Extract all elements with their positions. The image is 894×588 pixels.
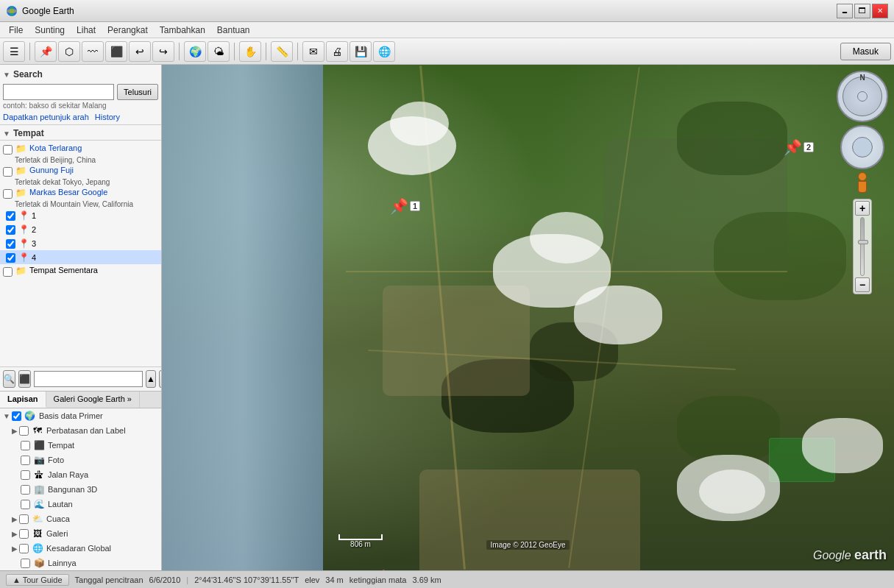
place-checkbox-2[interactable] xyxy=(6,225,15,235)
search-places-button[interactable]: 🔍 xyxy=(3,370,15,388)
expand-icon[interactable]: ▶ xyxy=(12,515,18,523)
toolbar-google-earth[interactable]: 🌐 xyxy=(373,41,395,62)
map-area[interactable]: 📌 1 📌 2 📌 3 📌 4 xyxy=(162,65,894,570)
layer-item[interactable]: 🏢 Bangunan 3D xyxy=(0,482,161,497)
zoom-slider-thumb[interactable] xyxy=(858,240,868,244)
directions-link[interactable]: Dapatkan petunjuk arah xyxy=(3,113,89,121)
sidebar-search-field[interactable] xyxy=(34,371,143,387)
layer-checkbox-perbatasan[interactable] xyxy=(19,426,29,436)
toolbar-hand-tool[interactable]: ✋ xyxy=(239,41,261,62)
place-checkbox-1[interactable] xyxy=(6,211,15,221)
toolbar-print[interactable]: 🖨 xyxy=(326,41,348,62)
layer-item[interactable]: ▶ ⛅ Cuaca xyxy=(0,511,161,526)
menu-tambahkan[interactable]: Tambahkan xyxy=(154,24,211,37)
search-header[interactable]: ▼ Search xyxy=(3,68,158,81)
list-item[interactable]: 📁 Kota Terlarang xyxy=(0,142,161,156)
toolbar-show-sidebar[interactable]: ☰ xyxy=(3,41,25,62)
place-name-google[interactable]: Markas Besar Google xyxy=(29,188,107,196)
maximize-button[interactable]: 🗖 xyxy=(854,4,870,18)
place-name-kota[interactable]: Kota Terlarang xyxy=(29,144,82,152)
layer-item[interactable]: 📷 Foto xyxy=(0,453,161,467)
list-item[interactable]: 📍 2 xyxy=(0,222,161,236)
layer-item[interactable]: ▼ 🌍 Basis data Primer xyxy=(0,408,161,423)
minimize-button[interactable]: 🗕 xyxy=(837,4,853,18)
layer-checkbox-jalan[interactable] xyxy=(21,470,30,480)
layer-checkbox-lainnya[interactable] xyxy=(21,559,30,568)
toolbar-email[interactable]: ✉ xyxy=(302,41,324,62)
tilt-pan-control[interactable] xyxy=(840,125,884,169)
place-desc-kota: Terletak di Beijing, China xyxy=(0,156,161,164)
place-checkbox-google[interactable] xyxy=(3,189,13,199)
menu-bantuan[interactable]: Bantuan xyxy=(211,24,256,37)
expand-icon[interactable]: ▶ xyxy=(12,530,18,538)
zoom-slider-track[interactable] xyxy=(860,217,865,276)
toolbar-undo[interactable]: ↩ xyxy=(129,41,151,62)
toolbar-add-polygon[interactable]: ⬡ xyxy=(58,41,80,62)
street-view-person[interactable] xyxy=(854,172,871,196)
place-name-fuji[interactable]: Gunung Fuji xyxy=(29,166,74,174)
layer-item[interactable]: 🌊 Lautan xyxy=(0,497,161,511)
zoom-in-button[interactable]: + xyxy=(855,201,870,216)
expand-icon[interactable]: ▼ xyxy=(3,412,10,420)
layer-item[interactable]: ▶ 🖼 Galeri xyxy=(0,526,161,541)
place-checkbox-fuji[interactable] xyxy=(3,167,13,177)
layer-checkbox-foto[interactable] xyxy=(21,456,30,465)
compass-ring[interactable] xyxy=(842,77,882,116)
place-checkbox-kota[interactable] xyxy=(3,145,13,155)
list-item[interactable]: 📁 Tempat Sementara xyxy=(0,264,161,278)
history-link[interactable]: History xyxy=(95,113,120,121)
layer-item[interactable]: 🛣 Jalan Raya xyxy=(0,467,161,482)
layer-item[interactable]: 📦 Lainnya xyxy=(0,556,161,570)
layer-checkbox-basis[interactable] xyxy=(12,411,21,421)
toolbar-ruler[interactable]: 📏 xyxy=(271,41,293,62)
layer-checkbox-tempat[interactable] xyxy=(21,441,30,450)
move-down-button[interactable]: ▼ xyxy=(159,370,161,388)
layer-checkbox-cuaca[interactable] xyxy=(19,514,29,524)
layer-item[interactable]: ▶ 🌐 Kesadaran Global xyxy=(0,541,161,556)
tab-galeri[interactable]: Galeri Google Earth » xyxy=(46,392,140,408)
toolbar-earth-view[interactable]: 🌍 xyxy=(184,41,206,62)
close-button[interactable]: ✕ xyxy=(872,4,888,18)
search-input[interactable] xyxy=(3,84,114,100)
compass-control[interactable] xyxy=(837,71,888,122)
layer-item[interactable]: ⬛ Tempat xyxy=(0,438,161,453)
login-button[interactable]: Masuk xyxy=(840,43,891,60)
tour-guide-button[interactable]: ▲ Tour Guide xyxy=(6,574,69,586)
map-pin-4[interactable]: 📌 4 xyxy=(372,569,402,570)
toolbar-redo[interactable]: ↪ xyxy=(152,41,174,62)
places-header[interactable]: ▼ Tempat xyxy=(0,125,161,141)
toolbar-add-overlay[interactable]: ⬛ xyxy=(105,41,127,62)
map-pin-1[interactable]: 📌 1 xyxy=(390,197,420,215)
move-up-button[interactable]: ▲ xyxy=(146,370,156,388)
toolbar-add-placemark[interactable]: 📌 xyxy=(35,41,57,62)
place-checkbox-temp[interactable] xyxy=(3,267,13,277)
place-checkbox-3[interactable] xyxy=(6,239,15,249)
menu-sunting[interactable]: Sunting xyxy=(29,24,71,37)
layer-checkbox-kesadaran[interactable] xyxy=(19,544,29,553)
list-item[interactable]: 📁 Markas Besar Google xyxy=(0,186,161,200)
search-button[interactable]: Telusuri xyxy=(117,84,158,100)
menu-file[interactable]: File xyxy=(3,24,29,37)
list-item[interactable]: 📍 3 xyxy=(0,236,161,250)
properties-button[interactable]: ⬛ xyxy=(18,370,31,388)
toolbar-sky-view[interactable]: 🌤 xyxy=(207,41,230,62)
place-checkbox-4[interactable] xyxy=(6,253,15,263)
list-item[interactable]: 📁 Gunung Fuji xyxy=(0,164,161,178)
layer-ocean-icon: 🌊 xyxy=(33,498,45,510)
layer-checkbox-galeri[interactable] xyxy=(19,529,29,539)
list-item[interactable]: 📍 4 xyxy=(0,250,161,264)
tab-lapisan[interactable]: Lapisan xyxy=(0,392,46,408)
toolbar-add-path[interactable]: 〰 xyxy=(82,41,104,62)
list-item[interactable]: 📍 1 xyxy=(0,208,161,222)
expand-icon[interactable]: ▶ xyxy=(12,427,18,435)
map-pin-2[interactable]: 📌 2 xyxy=(784,138,814,156)
toolbar-save[interactable]: 💾 xyxy=(350,41,372,62)
menu-perangkat[interactable]: Perangkat xyxy=(102,24,154,37)
layer-checkbox-bangunan[interactable] xyxy=(21,485,30,495)
place-pin-3: 3 xyxy=(32,239,36,248)
menu-lihat[interactable]: Lihat xyxy=(71,24,102,37)
zoom-out-button[interactable]: − xyxy=(855,277,870,292)
layer-checkbox-lautan[interactable] xyxy=(21,500,30,509)
layer-item[interactable]: ▶ 🗺 Perbatasan dan Label xyxy=(0,423,161,438)
expand-icon[interactable]: ▶ xyxy=(12,545,18,553)
